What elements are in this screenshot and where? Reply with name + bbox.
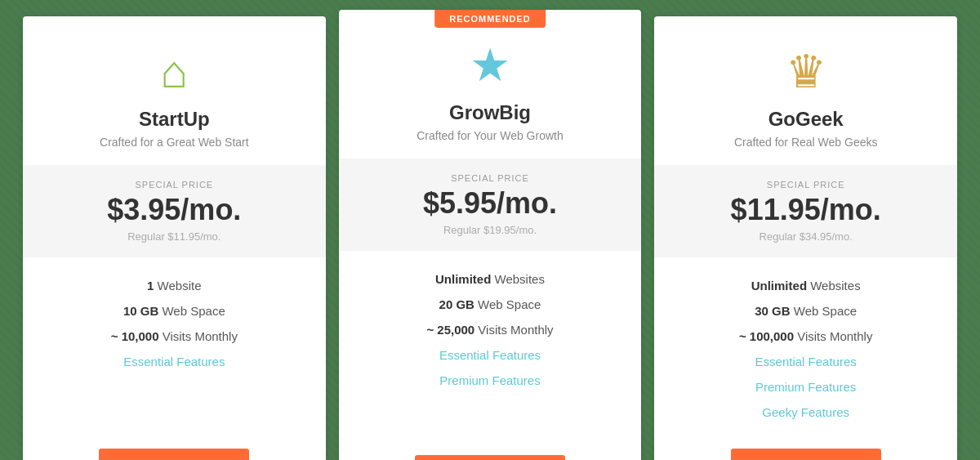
feature-item: Unlimited Websites xyxy=(670,277,941,294)
feature-link-item: Essential Features xyxy=(355,346,626,364)
features-list: 1 Website10 GB Web Space~ 10,000 Visits … xyxy=(23,277,326,429)
feature-item: 30 GB Web Space xyxy=(670,302,941,319)
feature-item: 1 Website xyxy=(39,277,310,294)
regular-price: Regular $19.95/mo. xyxy=(355,224,626,236)
price-amount: $11.95/mo. xyxy=(670,193,941,227)
special-price-label: SPECIAL PRICE xyxy=(355,173,626,183)
regular-price: Regular $11.95/mo. xyxy=(39,230,310,243)
regular-price: Regular $34.95/mo. xyxy=(670,230,941,243)
plan-tagline: Crafted for Real Web Geeks xyxy=(718,136,894,149)
special-price-label: SPECIAL PRICE xyxy=(39,180,310,190)
plan-card-startup: ⌂StartUpCrafted for a Great Web StartSPE… xyxy=(23,16,326,460)
feature-link-item: Premium Features xyxy=(355,372,626,389)
feature-link[interactable]: Premium Features xyxy=(755,380,856,394)
plan-tagline: Crafted for a Great Web Start xyxy=(83,136,265,149)
feature-bold: 1 xyxy=(147,279,154,293)
feature-item: ~ 10,000 Visits Monthly xyxy=(39,328,310,345)
plan-name: StartUp xyxy=(139,108,210,131)
price-box: SPECIAL PRICE$3.95/mo.Regular $11.95/mo. xyxy=(23,165,326,257)
feature-link[interactable]: Essential Features xyxy=(123,355,225,368)
feature-link[interactable]: Essential Features xyxy=(755,355,857,368)
feature-link-item: Essential Features xyxy=(670,353,941,370)
feature-item: Unlimited Websites xyxy=(355,270,626,288)
feature-bold: ~ 10,000 xyxy=(111,329,159,343)
plan-card-gogeek: ♛GoGeekCrafted for Real Web GeeksSPECIAL… xyxy=(654,16,957,460)
feature-link[interactable]: Essential Features xyxy=(439,348,541,362)
plan-name: GrowBig xyxy=(449,101,531,124)
feature-link[interactable]: Geeky Features xyxy=(762,405,849,419)
plan-tagline: Crafted for Your Web Growth xyxy=(400,129,580,142)
feature-link-item: Essential Features xyxy=(39,353,310,370)
get-plan-button[interactable]: GET PLAN xyxy=(99,449,249,460)
price-box: SPECIAL PRICE$11.95/mo.Regular $34.95/mo… xyxy=(654,165,957,257)
pricing-container: ⌂StartUpCrafted for a Great Web StartSPE… xyxy=(16,16,964,460)
house-icon: ⌂ xyxy=(160,49,188,95)
feature-bold: 10 GB xyxy=(123,304,158,318)
feature-item: 10 GB Web Space xyxy=(39,302,310,319)
plan-name: GoGeek xyxy=(768,108,844,131)
feature-link-item: Premium Features xyxy=(670,378,941,395)
feature-item: 20 GB Web Space xyxy=(355,296,626,313)
feature-bold: Unlimited xyxy=(751,279,807,293)
features-list: Unlimited Websites20 GB Web Space~ 25,00… xyxy=(339,270,642,435)
recommended-badge: RECOMMENDED xyxy=(434,10,546,28)
feature-bold: ~ 25,000 xyxy=(426,323,474,337)
feature-link[interactable]: Premium Features xyxy=(439,373,540,387)
feature-link-item: Geeky Features xyxy=(670,404,941,421)
special-price-label: SPECIAL PRICE xyxy=(670,180,941,190)
feature-bold: Unlimited xyxy=(435,272,491,286)
feature-bold: 20 GB xyxy=(439,297,474,311)
plan-card-growbig: RECOMMENDED★GrowBigCrafted for Your Web … xyxy=(339,10,642,460)
get-plan-button[interactable]: GET PLAN xyxy=(415,455,565,460)
star-icon: ★ xyxy=(470,42,510,88)
price-amount: $3.95/mo. xyxy=(39,193,310,227)
get-plan-button[interactable]: GET PLAN xyxy=(731,449,881,460)
features-list: Unlimited Websites30 GB Web Space~ 100,0… xyxy=(654,277,957,429)
price-amount: $5.95/mo. xyxy=(355,186,626,221)
price-box: SPECIAL PRICE$5.95/mo.Regular $19.95/mo. xyxy=(339,159,642,251)
crown-icon: ♛ xyxy=(786,49,826,95)
feature-bold: 30 GB xyxy=(755,304,790,318)
feature-item: ~ 100,000 Visits Monthly xyxy=(670,328,941,345)
feature-bold: ~ 100,000 xyxy=(739,329,794,343)
feature-item: ~ 25,000 Visits Monthly xyxy=(355,321,626,338)
